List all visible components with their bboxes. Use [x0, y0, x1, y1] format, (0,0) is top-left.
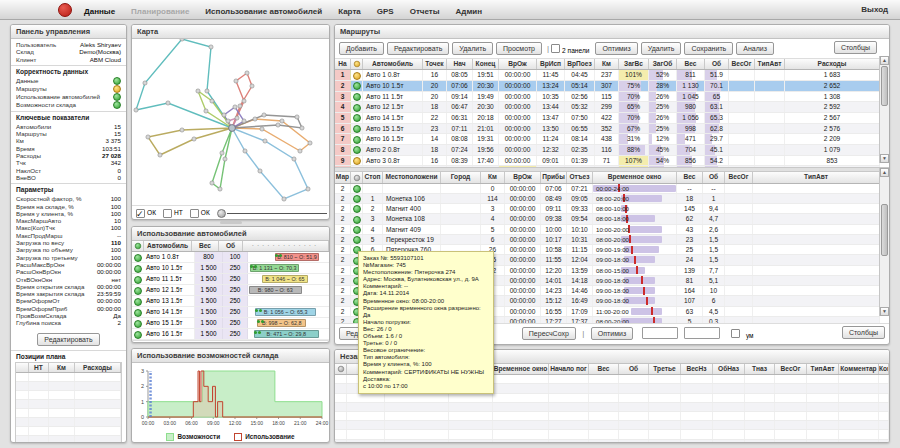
- scroll-up-arrow[interactable]: ▲: [880, 168, 889, 177]
- empty-row: [16, 436, 121, 443]
- usage-bar[interactable]: В: 980 ~ О: 63: [249, 286, 302, 294]
- recalc-save-button[interactable]: ПересчСохр: [522, 327, 576, 340]
- route-row[interactable]: 9Авто 3 0.8т1608:3917:4000:00:0009:0101:…: [335, 156, 880, 167]
- vehicle-volume: 250: [223, 263, 248, 273]
- two-panels-checkbox[interactable]: [551, 44, 560, 53]
- cell: [493, 403, 549, 411]
- routes-columns-button[interactable]: Столбцы: [834, 41, 877, 54]
- arrival-cell: 10:00: [541, 225, 567, 234]
- cell: [589, 394, 619, 402]
- usage-bar[interactable]: В: 1 046 ~ О: 65: [262, 275, 307, 283]
- arrival-cell: 09:11: [541, 204, 567, 213]
- vehicle-usage-row[interactable]: Авто 14 1.5т1 500250В: 1 056 ~ О: 65,3: [132, 307, 329, 318]
- route-row[interactable]: 2Авто 10 1.5т2007:0620:3000:00:0013:2405…: [335, 81, 880, 92]
- km-cell: 71: [595, 156, 619, 166]
- route-row[interactable]: 4Авто 12 1.5т1806:4720:3000:00:0013:4405…: [335, 102, 880, 113]
- оптимиз-button[interactable]: Оптимиз: [595, 42, 637, 55]
- cell: [649, 394, 681, 402]
- анализ-button[interactable]: Анализ: [736, 42, 774, 55]
- menu-item-карта[interactable]: Карта: [338, 2, 361, 21]
- stop-row[interactable]: 21Монетка 10611400:00:0008:4909:0508:00-…: [335, 194, 880, 204]
- usage-columns-button[interactable]: Столбцы: [282, 342, 325, 343]
- scroll-thumb[interactable]: [881, 204, 888, 256]
- scroll-thumb[interactable]: [881, 66, 888, 106]
- vehicle-usage-row[interactable]: Авто 1 0.8т800100В: 810 ~ О: 51,9: [132, 252, 329, 263]
- time-window-cell: 08:00-15:00: [593, 266, 677, 275]
- usage-bar[interactable]: В: 471 ~ О: 29,8: [254, 330, 319, 338]
- добавить-button[interactable]: Добавить: [339, 42, 384, 55]
- usage-bar[interactable]: В: 998 ~ О: 62,8: [257, 319, 306, 327]
- tooltip-line: с 10:00 по 17:00: [363, 383, 489, 390]
- menu-item-админ[interactable]: Админ: [456, 2, 483, 21]
- vehicle-usage-row[interactable]: Авто 13 1.5т1 500250: [132, 296, 329, 307]
- stop-row[interactable]: 24Магнит 409500:00:0010:0010:1010:00-20:…: [335, 225, 880, 235]
- stop-row[interactable]: 23Монетка 108400:00:0009:3809:5408:00-18…: [335, 214, 880, 224]
- route-row[interactable]: 8Авто 2 0.8т1807:2419:5600:00:0012:3202:…: [335, 145, 880, 156]
- map-canvas[interactable]: [132, 39, 329, 205]
- stops-optimize-button[interactable]: Оптимиз: [591, 327, 633, 340]
- stop-row[interactable]: 2000:00:0007:0607:2100:00-24:00----: [335, 184, 880, 194]
- удалить-button[interactable]: Удалить: [452, 42, 493, 55]
- status-cell: [351, 204, 363, 213]
- indicator-row: Маршруты: [11, 85, 126, 93]
- volume-cell: 4,7: [703, 214, 725, 223]
- stops-vertical-scrollbar[interactable]: ▲ ▼: [879, 168, 889, 316]
- map-zoom-slider-handle[interactable]: [217, 209, 226, 218]
- usage-bar[interactable]: В: 1 056 ~ О: 65,3: [255, 308, 316, 316]
- volume-cell: 45.1: [705, 145, 729, 155]
- vehicle-usage-row[interactable]: Авто 10 1.5т1 500250В: 1 131 ~ О: 70,3: [132, 263, 329, 274]
- stops-input-1[interactable]: [642, 327, 678, 339]
- scroll-down-arrow[interactable]: ▼: [880, 154, 889, 163]
- route-row[interactable]: 5Авто 14 1.5т2206:3120:1800:00:0013:4707…: [335, 113, 880, 124]
- scroll-up-arrow[interactable]: ▲: [880, 56, 889, 65]
- редактировать-button[interactable]: Редактировать: [387, 42, 449, 55]
- edit-button[interactable]: Редактировать: [37, 333, 99, 346]
- cell: [449, 440, 493, 443]
- route-row[interactable]: 3Авто 11 1.5т2009:1419:4900:00:0010:3502…: [335, 92, 880, 103]
- удалить-button[interactable]: Удалить: [641, 42, 682, 55]
- indicator-label: Время у клиента, %: [16, 210, 73, 217]
- map-splitter-handle[interactable]: [220, 221, 242, 224]
- vehicle-usage-row[interactable]: Авто 11 1.5т1 500250В: 1 046 ~ О: 65: [132, 274, 329, 285]
- map-filter-checkbox-0[interactable]: [136, 209, 145, 218]
- column-header: Прибы: [541, 172, 567, 182]
- column-header: Об: [219, 241, 243, 251]
- um-checkbox[interactable]: [731, 329, 740, 338]
- menu-item-использование-автомобилей[interactable]: Использование автомобилей: [205, 2, 322, 21]
- stops-columns-button[interactable]: Столбцы: [842, 326, 885, 339]
- map-zoom-slider-track[interactable]: [227, 213, 327, 214]
- menu-item-gps[interactable]: GPS: [377, 2, 394, 21]
- routes-vertical-scrollbar[interactable]: ▲ ▼: [879, 56, 889, 163]
- stop-row[interactable]: 25Перекресток 19600:00:0010:1710:3108:00…: [335, 235, 880, 245]
- stop-row[interactable]: 22Магнит 400300:00:0009:1109:3308:00-10:…: [335, 204, 880, 214]
- usage-bar[interactable]: В: 1 131 ~ О: 70,3: [250, 264, 299, 272]
- просмотр-button[interactable]: Просмотр: [496, 42, 542, 55]
- usage-timeline: В: 1 046 ~ О: 65: [248, 275, 319, 284]
- vehicle-usage-row[interactable]: Авто 15 1.5т1 500250В: 998 ~ О: 62,8: [132, 318, 329, 329]
- indicator-value: 100: [111, 254, 121, 261]
- cell: [75, 382, 121, 390]
- route-row[interactable]: 10Авто 4 0.8т2306:1819:5201:03:0013:3302…: [335, 166, 880, 167]
- menu-item-данные[interactable]: Данные: [84, 2, 115, 21]
- column-header: Отъез: [567, 172, 593, 182]
- map-filter-checkbox-1[interactable]: [163, 209, 172, 218]
- vehicle-usage-row[interactable]: Авто 12 1.5т1 500250В: 980 ~ О: 63: [132, 285, 329, 296]
- vehicle-usage-row[interactable]: Авто 16 1.5т1 500250В: 471 ~ О: 29,8: [132, 329, 329, 340]
- weight-limit-cell: [729, 124, 755, 134]
- tooltip-line: Объем: 1.6 / 0: [363, 333, 489, 340]
- menu-item-отчеты[interactable]: Отчеты: [410, 2, 440, 21]
- stops-input-2[interactable]: [684, 327, 720, 339]
- route-row[interactable]: 6Авто 15 1.5т2307:1121:0100:00:0013:5006…: [335, 124, 880, 135]
- vehicle-weight: 1 500: [195, 329, 223, 339]
- indicator-value: 00:00:00: [97, 283, 121, 290]
- logout-link[interactable]: Выход: [861, 0, 888, 19]
- replace-button[interactable]: Заменить: [238, 342, 283, 343]
- svg-text:21:00: 21:00: [294, 420, 307, 426]
- route-row[interactable]: 1Авто 1 0.8т1608:0519:5100:00:0011:4504:…: [335, 70, 880, 81]
- сохранить-button[interactable]: Сохранить: [684, 42, 733, 55]
- route-row[interactable]: 7Авто 16 1.5т1408:0819:3100:00:0011:2408…: [335, 134, 880, 145]
- scroll-down-arrow[interactable]: ▼: [880, 307, 889, 316]
- indicator-label: Загрузка по объему: [16, 246, 73, 253]
- indicator-row: Км3 375: [11, 137, 126, 144]
- map-filter-checkbox-2[interactable]: [190, 209, 199, 218]
